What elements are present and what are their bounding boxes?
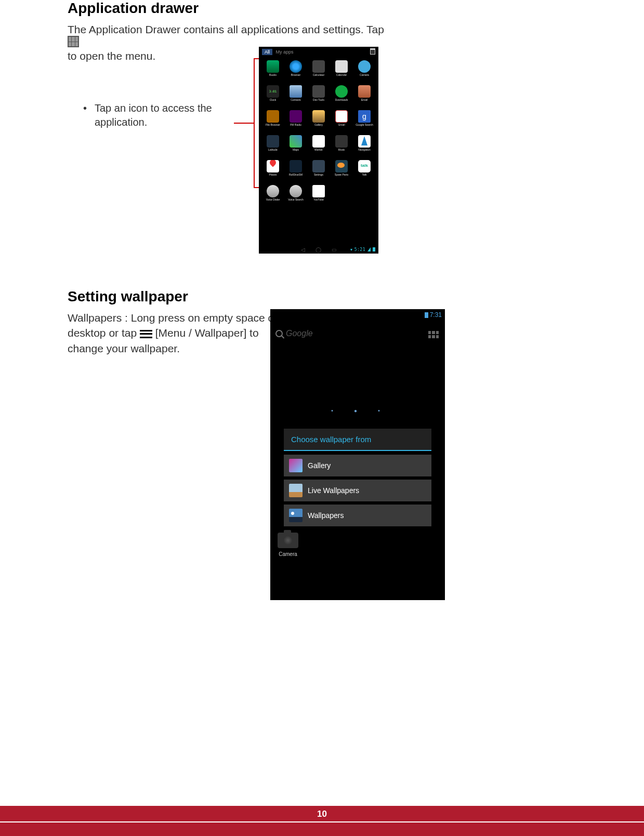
email-icon (358, 85, 371, 98)
app-calculator[interactable]: Calculator (308, 60, 330, 83)
app-contacts[interactable]: Contacts (285, 85, 307, 108)
wallpaper-option-live-wallpapers[interactable]: Live Wallpapers (284, 480, 431, 501)
app-label: Places (269, 174, 277, 176)
page-indicator: • ● • (270, 408, 445, 414)
wallpapers-icon (289, 509, 303, 522)
app-email[interactable]: Email (353, 85, 375, 108)
menu-icon (140, 330, 152, 338)
calendar-icon (335, 60, 348, 73)
file-browser-icon (267, 110, 279, 123)
live-wallpapers-icon (289, 484, 303, 497)
camera-icon (358, 60, 371, 73)
app-label: Gmail (338, 124, 345, 126)
app-label: YouTube (313, 198, 324, 201)
callout-leader-line (234, 123, 254, 124)
system-bar: ◁ ◯ ▭ ▾ 5:21 (259, 245, 378, 254)
app-label: FM Radio (290, 124, 301, 126)
statusbar-time: 7:31 (430, 311, 442, 319)
app-label: Clock (270, 99, 277, 101)
app-label: Gallery (314, 124, 323, 126)
app-drawer-icon (68, 36, 79, 47)
app-camera[interactable]: Camera (353, 60, 375, 83)
app-voice-search[interactable]: Voice Search (285, 185, 307, 208)
app-fm-radio[interactable]: FM Radio (285, 110, 307, 133)
app-maps[interactable]: Maps (285, 135, 307, 158)
app-calendar[interactable]: Calendar (331, 60, 352, 83)
back-icon[interactable]: ◁ (301, 247, 305, 253)
callout: Tap an icon to access the application. (80, 101, 257, 129)
battery-icon (373, 247, 375, 251)
callout-item: Tap an icon to access the application. (80, 101, 257, 129)
shop-icon[interactable] (370, 48, 375, 55)
app-spare-parts[interactable]: Spare Parts (331, 160, 352, 183)
callout-bracket (254, 58, 259, 188)
wallpaper-option-gallery[interactable]: Gallery (284, 455, 431, 476)
app-rolldicesm[interactable]: RollDiceSM (285, 160, 307, 183)
voice-search-icon (290, 185, 302, 197)
battery-icon (425, 312, 428, 318)
intro-text-2: to open the menu. (68, 50, 155, 62)
screenshot-wallpaper-chooser: 7:31 Google • ● • Choose wallpaper from … (270, 309, 445, 600)
heading-wallpaper: Setting wallpaper (68, 288, 286, 305)
recents-icon[interactable]: ▭ (332, 247, 336, 253)
wallpaper-chooser-sheet: Choose wallpaper from GalleryLive Wallpa… (284, 429, 431, 526)
app-settings[interactable]: Settings (308, 160, 330, 183)
app-gallery[interactable]: Gallery (308, 110, 330, 133)
gallery-icon (312, 110, 325, 123)
app-places[interactable]: Places (262, 160, 284, 183)
drawer-tab-bar: All My apps (259, 47, 378, 57)
camera-shortcut[interactable]: Camera (278, 533, 298, 557)
app-music[interactable]: Music (331, 135, 352, 158)
app-books[interactable]: Books (262, 60, 284, 83)
rolldicesm-icon (290, 160, 302, 172)
app-google-search[interactable]: gGoogle Search (353, 110, 375, 133)
tab-all[interactable]: All (262, 49, 272, 55)
search-bar[interactable]: Google (275, 329, 313, 338)
intro-text-1: The Application Drawer contains all appl… (68, 23, 384, 35)
wallpaper-paragraph: Wallpapers : Long press on empty space o… (68, 310, 286, 356)
app-navigation[interactable]: Navigation (353, 135, 375, 158)
app-gmail[interactable]: Gmail (331, 110, 352, 133)
app-label: Downloads (335, 99, 348, 101)
app-label: Camera (360, 74, 369, 76)
app-label: Books (269, 74, 277, 76)
apps-button-icon[interactable] (428, 331, 439, 338)
screenshot-app-drawer: All My apps BooksBrowserCalculatorCalend… (259, 47, 378, 254)
app-downloads[interactable]: Downloads (331, 85, 352, 108)
fm-radio-icon (290, 110, 302, 123)
wallpaper-option-wallpapers[interactable]: Wallpapers (284, 505, 431, 526)
dev-tools-icon (312, 85, 325, 98)
app-label: Music (338, 149, 345, 151)
app-label: Calculator (313, 74, 325, 76)
app-label: File Browser (266, 124, 280, 126)
app-grid: BooksBrowserCalculatorCalendarCamera3:01… (259, 57, 378, 208)
app-dev-tools[interactable]: Dev Tools (308, 85, 330, 108)
app-latitude[interactable]: Latitude (262, 135, 284, 158)
settings-icon (312, 160, 325, 172)
app-youtube[interactable]: YouTube (308, 185, 330, 208)
contacts-icon (290, 85, 302, 98)
page-footer: 10 (0, 806, 644, 836)
app-label: Latitude (268, 149, 278, 151)
app-label: Google Search (356, 124, 373, 126)
calculator-icon (312, 60, 325, 73)
app-market[interactable]: Market (308, 135, 330, 158)
downloads-icon (335, 85, 348, 98)
books-icon (267, 60, 279, 73)
app-talk[interactable]: talkTalk (353, 160, 375, 183)
app-voice-dialer[interactable]: Voice Dialer (262, 185, 284, 208)
home-icon[interactable]: ◯ (316, 247, 321, 253)
app-browser[interactable]: Browser (285, 60, 307, 83)
voice-dialer-icon (267, 185, 279, 197)
app-label: Settings (314, 174, 323, 176)
browser-icon (290, 60, 302, 73)
app-file-browser[interactable]: File Browser (262, 110, 284, 133)
app-clock[interactable]: 3:01Clock (262, 85, 284, 108)
youtube-icon (312, 185, 325, 197)
option-label: Gallery (308, 461, 331, 470)
manual-page: Application drawer The Application Drawe… (0, 0, 644, 836)
tab-my-apps[interactable]: My apps (276, 49, 294, 55)
spare-parts-icon (335, 160, 348, 172)
status-bar: 7:31 (270, 309, 445, 321)
app-label: Market (314, 149, 322, 151)
